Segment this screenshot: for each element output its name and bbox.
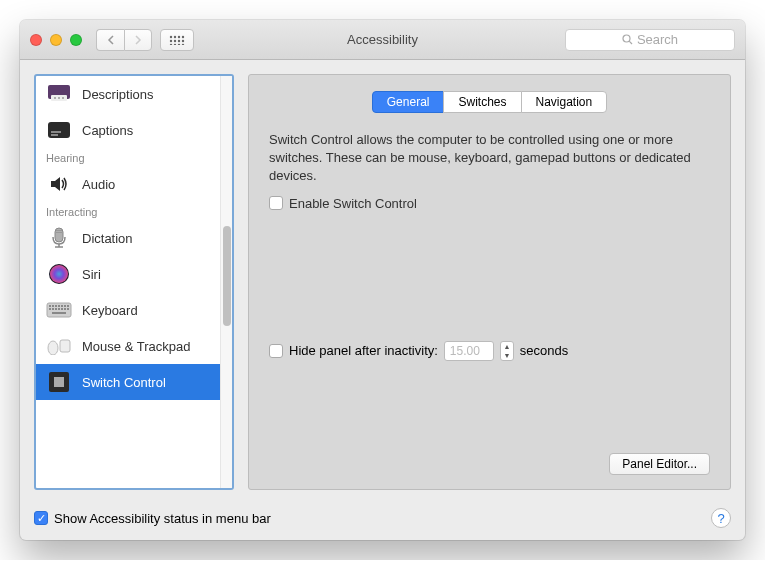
captions-icon xyxy=(46,119,72,141)
footer: Show Accessibility status in menu bar ? xyxy=(20,500,745,540)
svg-rect-39 xyxy=(55,308,57,310)
tab-general[interactable]: General xyxy=(372,91,445,113)
descriptions-icon xyxy=(46,83,72,105)
svg-point-9 xyxy=(174,43,176,44)
svg-rect-34 xyxy=(61,305,63,307)
main-panel: General Switches Navigation Switch Contr… xyxy=(248,74,731,490)
stepper-down-icon: ▼ xyxy=(501,351,513,360)
stepper-up-icon: ▲ xyxy=(501,342,513,351)
svg-rect-43 xyxy=(67,308,69,310)
svg-point-16 xyxy=(54,97,56,99)
svg-rect-42 xyxy=(64,308,66,310)
forward-button[interactable] xyxy=(124,29,152,51)
sidebar-item-mouse-trackpad[interactable]: Mouse & Trackpad xyxy=(36,328,220,364)
svg-rect-37 xyxy=(49,308,51,310)
scrollbar[interactable] xyxy=(220,76,232,488)
audio-icon xyxy=(46,173,72,195)
svg-point-3 xyxy=(182,35,184,37)
svg-rect-33 xyxy=(58,305,60,307)
enable-switch-control-row: Enable Switch Control xyxy=(269,196,710,211)
description-text: Switch Control allows the computer to be… xyxy=(269,131,710,186)
sidebar-item-label: Mouse & Trackpad xyxy=(82,339,190,354)
tab-switches[interactable]: Switches xyxy=(443,91,521,113)
section-interacting: Interacting xyxy=(36,202,220,220)
svg-point-45 xyxy=(48,341,58,355)
switch-control-icon xyxy=(46,371,72,393)
enable-switch-control-label: Enable Switch Control xyxy=(289,196,417,211)
seconds-label: seconds xyxy=(520,343,568,358)
search-field[interactable]: Search xyxy=(565,29,735,51)
sidebar-item-descriptions[interactable]: Descriptions xyxy=(36,76,220,112)
sidebar-item-captions[interactable]: Captions xyxy=(36,112,220,148)
show-status-label: Show Accessibility status in menu bar xyxy=(54,511,271,526)
sidebar-item-label: Captions xyxy=(82,123,133,138)
svg-rect-46 xyxy=(60,340,70,352)
siri-icon xyxy=(46,263,72,285)
hide-panel-checkbox[interactable] xyxy=(269,344,283,358)
svg-line-13 xyxy=(629,41,632,44)
sidebar-item-audio[interactable]: Audio xyxy=(36,166,220,202)
inactivity-seconds-field[interactable]: 15.00 xyxy=(444,341,494,361)
svg-rect-21 xyxy=(51,134,58,136)
svg-rect-40 xyxy=(58,308,60,310)
sidebar-item-label: Audio xyxy=(82,177,115,192)
traffic-lights xyxy=(30,34,82,46)
svg-rect-35 xyxy=(64,305,66,307)
show-all-button[interactable] xyxy=(160,29,194,51)
scrollbar-thumb[interactable] xyxy=(223,226,231,326)
svg-point-28 xyxy=(50,265,68,283)
close-button[interactable] xyxy=(30,34,42,46)
sidebar-item-dictation[interactable]: Dictation xyxy=(36,220,220,256)
titlebar: Accessibility Search xyxy=(20,20,745,60)
sidebar-item-switch-control[interactable]: Switch Control xyxy=(36,364,220,400)
mouse-trackpad-icon xyxy=(46,335,72,357)
svg-rect-23 xyxy=(56,230,62,231)
nav-buttons xyxy=(96,29,152,51)
svg-point-1 xyxy=(174,35,176,37)
svg-point-12 xyxy=(623,35,630,42)
svg-point-10 xyxy=(178,43,180,44)
svg-rect-30 xyxy=(49,305,51,307)
svg-point-7 xyxy=(182,39,184,41)
enable-switch-control-checkbox[interactable] xyxy=(269,196,283,210)
tab-navigation[interactable]: Navigation xyxy=(521,91,608,113)
svg-rect-36 xyxy=(67,305,69,307)
svg-rect-24 xyxy=(56,232,62,233)
tab-control: General Switches Navigation xyxy=(269,91,710,113)
sidebar-item-keyboard[interactable]: Keyboard xyxy=(36,292,220,328)
show-status-checkbox[interactable] xyxy=(34,511,48,525)
hide-panel-row: Hide panel after inactivity: 15.00 ▲ ▼ s… xyxy=(269,341,710,361)
svg-point-18 xyxy=(62,97,64,99)
svg-rect-41 xyxy=(61,308,63,310)
svg-rect-48 xyxy=(54,377,64,387)
svg-point-11 xyxy=(182,43,184,44)
keyboard-icon xyxy=(46,299,72,321)
sidebar-item-label: Keyboard xyxy=(82,303,138,318)
sidebar-item-label: Dictation xyxy=(82,231,133,246)
content-area: Descriptions Captions Hearing Audio Inte… xyxy=(20,60,745,500)
svg-rect-44 xyxy=(52,312,66,314)
svg-point-8 xyxy=(170,43,172,44)
inactivity-stepper[interactable]: ▲ ▼ xyxy=(500,341,514,361)
svg-point-2 xyxy=(178,35,180,37)
dictation-icon xyxy=(46,227,72,249)
section-hearing: Hearing xyxy=(36,148,220,166)
svg-point-6 xyxy=(178,39,180,41)
minimize-button[interactable] xyxy=(50,34,62,46)
sidebar-item-label: Siri xyxy=(82,267,101,282)
svg-rect-20 xyxy=(51,131,61,133)
svg-rect-31 xyxy=(52,305,54,307)
search-placeholder: Search xyxy=(637,32,678,47)
back-button[interactable] xyxy=(96,29,124,51)
panel-editor-button[interactable]: Panel Editor... xyxy=(609,453,710,475)
sidebar-item-label: Switch Control xyxy=(82,375,166,390)
svg-point-4 xyxy=(170,39,172,41)
sidebar-item-siri[interactable]: Siri xyxy=(36,256,220,292)
help-button[interactable]: ? xyxy=(711,508,731,528)
svg-point-17 xyxy=(58,97,60,99)
sidebar-item-label: Descriptions xyxy=(82,87,154,102)
zoom-button[interactable] xyxy=(70,34,82,46)
svg-point-0 xyxy=(170,35,172,37)
svg-rect-32 xyxy=(55,305,57,307)
svg-point-5 xyxy=(174,39,176,41)
